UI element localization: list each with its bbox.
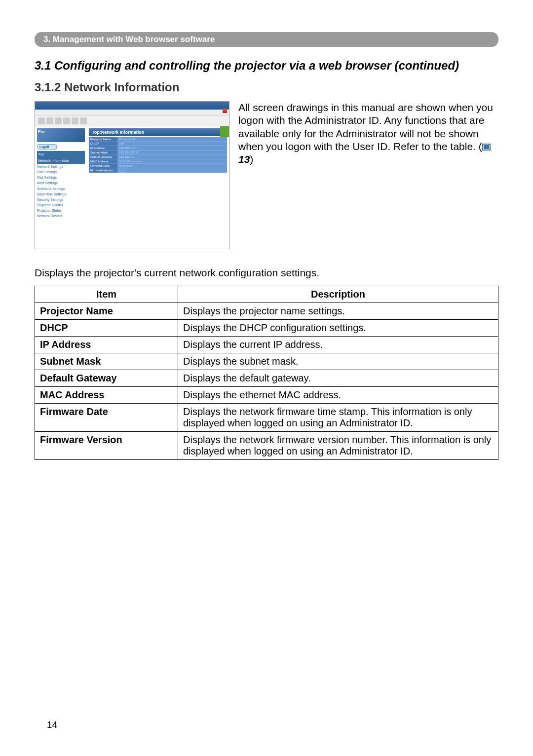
toolbar-icon — [38, 117, 45, 124]
toolbar-icon — [46, 117, 53, 124]
info-value: x.xx — [117, 168, 227, 173]
logoff-button: Logoff — [37, 144, 57, 150]
info-label: Firmware Version — [89, 168, 117, 173]
table-cell-description: Displays the projector name settings. — [178, 303, 498, 320]
sidebar-item: Schedule Settings — [37, 186, 85, 191]
table-cell-description: Displays the network firmware time stamp… — [178, 404, 498, 432]
info-label: MAC Address — [89, 159, 117, 164]
info-label: IP Address — [89, 146, 117, 151]
info-row: Projector NamePJ-xxxxxx-E — [89, 137, 227, 142]
screenshot-toolbar — [35, 115, 229, 126]
table-row: Firmware DateDisplays the network firmwa… — [35, 404, 498, 432]
screenshot-titlebar — [35, 102, 229, 110]
table-cell-item: Default Gateway — [35, 370, 178, 387]
screenshot-thumbnail: Pro Logoff Top:Network InformationNetwor… — [35, 101, 229, 249]
table-cell-description: Displays the DHCP configuration settings… — [178, 320, 498, 337]
table-cell-description: Displays the network firmware version nu… — [178, 432, 498, 460]
table-row: Firmware VersionDisplays the network fir… — [35, 432, 498, 460]
sidebar-item: Port Settings — [37, 169, 85, 175]
info-value: 192.168.1.10 — [117, 146, 227, 151]
sidebar-logo: Pro — [37, 128, 85, 142]
go-button-icon — [220, 126, 229, 137]
sidebar-item: Network Information — [37, 157, 85, 164]
sidebar-item: Security Settings — [37, 197, 85, 202]
table-row: DHCPDisplays the DHCP configuration sett… — [35, 320, 498, 337]
intro-paragraph: All screen drawings in this manual are s… — [238, 101, 498, 166]
sidebar-item: Mail Settings — [37, 175, 85, 180]
info-value: OFF — [117, 142, 227, 146]
info-label: Projector Name — [89, 137, 117, 142]
toolbar-icon — [72, 117, 78, 124]
info-row: DHCPOFF — [89, 142, 227, 146]
info-value: 192.168.1.1 — [117, 155, 227, 159]
table-cell-description: Displays the current IP address. — [178, 337, 498, 353]
table-cell-item: Subnet Mask — [35, 353, 178, 370]
subsection-title: 3.1.2 Network Information — [35, 80, 498, 94]
close-icon — [223, 109, 227, 113]
table-cell-item: IP Address — [35, 337, 178, 353]
table-row: Subnet MaskDisplays the subnet mask. — [35, 353, 498, 370]
table-header-item: Item — [35, 286, 178, 303]
description-text: Displays the projector's current network… — [35, 267, 498, 279]
info-value: PJ-xxxxxx-E — [117, 137, 227, 142]
paragraph-text: ) — [250, 153, 253, 165]
book-icon — [482, 144, 491, 151]
sidebar-item: Date/Time Settings — [37, 191, 85, 197]
info-label: DHCP — [89, 142, 117, 146]
sidebar-item: Projector Status — [37, 208, 85, 213]
table-row: MAC AddressDisplays the ethernet MAC add… — [35, 387, 498, 404]
sidebar-item: Projector Control — [37, 202, 85, 208]
info-row: IP Address192.168.1.10 — [89, 146, 227, 151]
sidebar-item: Network Restart — [37, 213, 85, 219]
reference-number: 13 — [238, 153, 250, 165]
screenshot-body: Pro Logoff Top:Network InformationNetwor… — [35, 126, 229, 249]
chapter-header: 3. Management with Web browser software — [35, 32, 498, 47]
info-value: 255.255.255.0 — [117, 151, 227, 155]
sidebar-item: Network Settings — [37, 164, 85, 169]
table-cell-description: Displays the subnet mask. — [178, 353, 498, 370]
table-cell-item: Firmware Version — [35, 432, 178, 460]
table-header-description: Description — [178, 286, 498, 303]
info-label: Firmware Date — [89, 164, 117, 168]
table-cell-description: Displays the default gateway. — [178, 370, 498, 387]
info-row: Firmware Datexxxx/xx/xx — [89, 164, 227, 168]
screenshot-main-header: Top:Network Information — [89, 128, 227, 136]
screenshot-main: Top:Network Information Projector NamePJ… — [87, 126, 229, 249]
toolbar-icon — [63, 117, 70, 124]
table-cell-item: Projector Name — [35, 303, 178, 320]
info-row: MAC Address00:00:87:xx:xx:xx — [89, 159, 227, 164]
info-table: Projector NamePJ-xxxxxx-EDHCPOFFIP Addre… — [89, 137, 227, 173]
toolbar-icon — [55, 117, 62, 124]
info-row: Default Gateway192.168.1.1 — [89, 155, 227, 159]
section-title: 3.1 Configuring and controlling the proj… — [35, 59, 498, 73]
sidebar-item: Top: — [37, 151, 85, 157]
screenshot-sidebar: Pro Logoff Top:Network InformationNetwor… — [35, 126, 87, 249]
settings-table: Item Description Projector NameDisplays … — [35, 286, 498, 460]
table-cell-item: DHCP — [35, 320, 178, 337]
table-cell-item: Firmware Date — [35, 404, 178, 432]
info-value: 00:00:87:xx:xx:xx — [117, 159, 227, 164]
info-row: Firmware Versionx.xx — [89, 168, 227, 173]
table-row: IP AddressDisplays the current IP addres… — [35, 337, 498, 353]
sidebar-item: Alert Settings — [37, 180, 85, 186]
table-cell-item: MAC Address — [35, 387, 178, 404]
info-row: Subnet Mask255.255.255.0 — [89, 151, 227, 155]
screenshot-menubar — [35, 110, 229, 115]
info-value: xxxx/xx/xx — [117, 164, 227, 168]
toolbar-icon — [80, 117, 87, 124]
table-cell-description: Displays the ethernet MAC address. — [178, 387, 498, 404]
table-row: Default GatewayDisplays the default gate… — [35, 370, 498, 387]
info-label: Default Gateway — [89, 155, 117, 159]
content-row: Pro Logoff Top:Network InformationNetwor… — [35, 101, 498, 249]
info-label: Subnet Mask — [89, 151, 117, 155]
page-number: 14 — [47, 719, 57, 730]
table-row: Projector NameDisplays the projector nam… — [35, 303, 498, 320]
